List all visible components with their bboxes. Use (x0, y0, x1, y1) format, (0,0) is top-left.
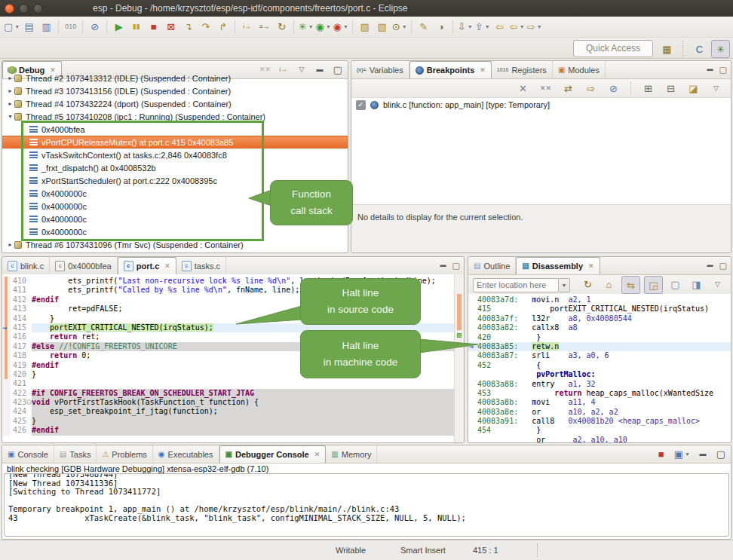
tab-registers[interactable]: 1010Registers (492, 61, 553, 78)
thread-row[interactable]: ▸Thread #2 1073413312 (IDLE) (Suspended … (2, 72, 348, 84)
window-maximize-button[interactable] (33, 4, 43, 14)
terminate-button[interactable]: ■ (145, 19, 162, 35)
thread-row[interactable]: ▸Thread #6 1073431096 (Tmr Svc) (Suspend… (2, 238, 348, 251)
refresh-button[interactable]: ↻ (579, 276, 597, 292)
collapse-all-button[interactable]: ⊟ (662, 80, 679, 96)
minimize-button[interactable]: ▬ (697, 445, 709, 462)
tree-expand-icon[interactable]: ▸ (6, 75, 14, 81)
breakpoint-enabled-checkbox[interactable]: ✓ (356, 100, 366, 110)
tree-expand-icon[interactable]: ▸ (6, 241, 14, 248)
stack-frame-row[interactable]: vTaskSwitchContext() at tasks.c:2,846 0x… (2, 148, 348, 161)
forward-button[interactable]: ⇨▼ (526, 19, 543, 35)
close-icon[interactable]: ✕ (314, 451, 320, 458)
suspend-button[interactable]: ▮▮ (127, 19, 145, 35)
thread-row[interactable]: ▸Thread #4 1073432224 (dport) (Suspended… (2, 97, 348, 110)
open-element-button[interactable]: ▨ (356, 19, 373, 35)
expand-all-button[interactable]: ⊞ (639, 80, 657, 96)
tab-executables[interactable]: ◉Executables (153, 445, 219, 463)
show-supported-breakpoints-button[interactable]: ⇄ (560, 80, 577, 96)
restart-button[interactable]: ↻ (273, 19, 290, 35)
track-expression-button[interactable]: ◲ (644, 276, 663, 294)
window-close-button[interactable] (5, 4, 14, 14)
run-button[interactable]: ◉▼ (314, 19, 332, 35)
save-all-button[interactable]: ▥ (38, 19, 55, 35)
thread-row[interactable]: ▾Thread #5 1073410208 (ipc1 : Running) (… (2, 110, 348, 123)
tab-outline[interactable]: ▤Outline (468, 257, 516, 274)
instruction-stepping-button[interactable]: i→ (238, 19, 256, 35)
code-line[interactable]: 426#endif (2, 426, 464, 435)
home-button[interactable]: ⌂ (600, 276, 618, 292)
window-minimize-button[interactable] (19, 4, 29, 14)
disassembly-line[interactable]: 40083a87: srli a3, a0, 6 (468, 351, 731, 360)
disassembly-line[interactable]: 40083a8e: or a10, a2, a2 (468, 408, 731, 417)
editor-tab-tasks-c[interactable]: ctasks.c (176, 257, 226, 274)
open-new-view-button[interactable]: ▢ (667, 276, 684, 292)
search-button[interactable]: ⊙▼ (391, 19, 408, 35)
minimize-button[interactable]: ▬ (707, 66, 713, 72)
skip-all-button[interactable]: ⊘ (605, 80, 622, 96)
code-line[interactable]: 421 (2, 379, 464, 388)
tab-console[interactable]: ▣Console (2, 445, 54, 463)
open-resource-button[interactable]: ▧ (373, 19, 391, 35)
open-console-button[interactable]: ▣▼ (673, 445, 691, 462)
binary-button[interactable]: 010 (62, 19, 79, 35)
tab-variables[interactable]: (x)=Variables (351, 61, 409, 78)
close-icon[interactable]: ✕ (480, 66, 486, 74)
disassembly-line[interactable]: 40083a91: call8 0x40081b20 <heap_caps_ma… (468, 417, 731, 426)
overview-ruler[interactable] (454, 274, 464, 442)
tab-tasks[interactable]: ▤Tasks (54, 445, 97, 463)
remove-breakpoint-button[interactable]: ✕ (514, 80, 532, 96)
back-history-button[interactable]: ⇦▼ (508, 19, 526, 35)
resume-button[interactable]: ▶ (110, 19, 127, 35)
pin-button[interactable]: ◨ (688, 276, 705, 292)
view-menu-button[interactable]: ▽ (709, 276, 726, 292)
tab-modules[interactable]: ▣Modules (553, 61, 606, 78)
code-line[interactable]: 424 esp_set_breakpoint_if_jtag(function)… (2, 407, 464, 416)
step-over-button[interactable]: ↷ (197, 19, 214, 35)
disassembly-line[interactable]: 454 } (468, 426, 731, 435)
back-button[interactable]: ⇦ (491, 19, 508, 35)
editor-tab-port-c[interactable]: cport.c✕ (118, 257, 176, 274)
step-return-button[interactable]: ↱ (214, 19, 232, 35)
group-by-button[interactable]: ◪ (685, 80, 702, 96)
stack-frame-row[interactable]: 0x4000bfea (2, 123, 348, 136)
disconnect-button[interactable]: ⊠ (162, 19, 179, 35)
disassembly-line[interactable]: 420 } (468, 333, 731, 342)
code-line[interactable]: 422#if CONFIG_FREERTOS_BREAK_ON_SCHEDULE… (2, 389, 464, 398)
show-debug-elements-button[interactable]: ≡→ (256, 19, 273, 35)
open-perspective-button[interactable]: ▦ (658, 41, 676, 57)
disassembly-line[interactable]: →40083a85: retw.n (468, 342, 731, 351)
disassembly-line[interactable]: 453 return heap_caps_malloc(xWantedSize (468, 389, 731, 398)
debug-button[interactable]: ✳▼ (297, 19, 314, 35)
remove-all-breakpoints-button[interactable]: ✕✕ (537, 80, 554, 96)
quick-access-box[interactable]: Quick Access (573, 40, 653, 57)
new-button[interactable]: ▢▼ (3, 19, 20, 35)
disassembly-line[interactable]: or a2, a10, a10 (468, 436, 731, 443)
toggle-comment-button[interactable]: ◑ (432, 19, 449, 35)
show-source-button[interactable]: ⇆ (621, 276, 640, 294)
disassembly-line[interactable]: 452 { (468, 361, 731, 370)
cpp-perspective-button[interactable]: C (691, 41, 708, 57)
maximize-button[interactable]: ▢ (452, 262, 460, 270)
go-to-file-button[interactable]: ⇨ (582, 80, 600, 96)
tab-problems[interactable]: ⚠Problems (97, 445, 152, 463)
stack-frame-row[interactable]: 0x4000000c (2, 225, 348, 238)
editor-tab-blink-c[interactable]: cblink.c (2, 257, 50, 274)
tree-expand-icon[interactable]: ▸ (6, 100, 14, 107)
close-icon[interactable]: ✕ (588, 262, 594, 270)
disassembly-line[interactable]: 40083a8b: movi a11, 4 (468, 398, 731, 407)
last-edit-location-button[interactable]: ⇩▼ (456, 19, 474, 35)
maximize-button[interactable]: ▢ (719, 262, 727, 270)
step-into-button[interactable]: ↴ (179, 19, 197, 35)
editor-tab-0x4000bfea[interactable]: c0x4000bfea (50, 257, 118, 274)
debugger-console-output[interactable]: [New Thread 1073468744][New Thread 10734… (4, 473, 729, 537)
disassembly-line[interactable]: 40083a88: entry a1, 32 (468, 380, 731, 389)
next-annotation-button[interactable]: ⇧▼ (474, 19, 491, 35)
debug-perspective-button[interactable]: ✳ (711, 40, 730, 58)
code-line[interactable]: 423–void vPortFirstTaskHook(TaskFunction… (2, 398, 464, 407)
disassembly-line[interactable]: 40083a7d: movi.n a2, 1 (468, 295, 731, 304)
maximize-button[interactable]: ▢ (719, 66, 727, 74)
location-input[interactable] (473, 278, 559, 292)
mark-occurrences-button[interactable]: ✎ (415, 19, 432, 35)
disassembly-line[interactable]: 415 portEXIT_CRITICAL_NESTED(irqStatus) (468, 304, 731, 314)
